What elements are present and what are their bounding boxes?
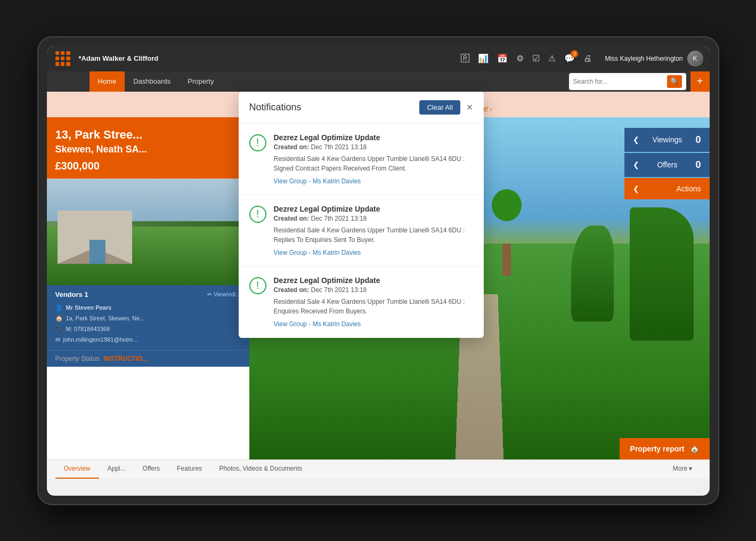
notif-date-1: Created on: Dec 7th 2021 13:18 bbox=[274, 143, 473, 151]
notification-item-2: ! Dezrez Legal Optimize Update Created o… bbox=[239, 195, 484, 267]
notif-title-2: Dezrez Legal Optimize Update bbox=[274, 205, 473, 213]
notifications-panel: Notifications Clear All × ! Dezrez Legal… bbox=[239, 92, 484, 338]
notif-link-2[interactable]: View Group - Ms Katrin Davies bbox=[274, 249, 473, 256]
notif-date-2: Created on: Dec 7th 2021 13:18 bbox=[274, 215, 473, 222]
notif-icon-3: ! bbox=[249, 277, 266, 294]
tablet-frame: *Adam Walker & Clifford 🅁 📊 📅 ⚙ ☑ ⚠ 💬 3 … bbox=[37, 36, 719, 505]
notifications-overlay: Notifications Clear All × ! Dezrez Legal… bbox=[47, 46, 710, 496]
notif-title-3: Dezrez Legal Optimize Update bbox=[274, 276, 473, 285]
notifications-header: Notifications Clear All × bbox=[239, 92, 484, 124]
notif-icon-2: ! bbox=[249, 206, 266, 223]
notif-title-1: Dezrez Legal Optimize Update bbox=[274, 133, 473, 142]
notif-icon-1: ! bbox=[249, 134, 266, 151]
notif-body-3: Residential Sale 4 Kew Gardens Upper Tum… bbox=[274, 297, 473, 316]
close-button[interactable]: × bbox=[467, 102, 473, 112]
notif-content-3: Dezrez Legal Optimize Update Created on:… bbox=[274, 276, 473, 328]
tablet-screen: *Adam Walker & Clifford 🅁 📊 📅 ⚙ ☑ ⚠ 💬 3 … bbox=[47, 46, 710, 496]
notif-header-actions: Clear All × bbox=[419, 100, 473, 115]
notification-item-3: ! Dezrez Legal Optimize Update Created o… bbox=[239, 267, 484, 338]
notif-body-2: Residential Sale 4 Kew Gardens Upper Tum… bbox=[274, 225, 473, 245]
notif-body-1: Residential Sale 4 Kew Gardens Upper Tum… bbox=[274, 154, 473, 173]
notification-item-1: ! Dezrez Legal Optimize Update Created o… bbox=[239, 124, 484, 195]
clear-all-button[interactable]: Clear All bbox=[419, 100, 460, 115]
notif-content-1: Dezrez Legal Optimize Update Created on:… bbox=[274, 133, 473, 185]
notif-content-2: Dezrez Legal Optimize Update Created on:… bbox=[274, 205, 473, 256]
notifications-list: ! Dezrez Legal Optimize Update Created o… bbox=[239, 124, 484, 338]
notifications-title: Notifications bbox=[249, 102, 302, 113]
notif-date-3: Created on: Dec 7th 2021 13:18 bbox=[274, 286, 473, 294]
notif-link-1[interactable]: View Group - Ms Katrin Davies bbox=[274, 177, 473, 185]
notif-link-3[interactable]: View Group - Ms Katrin Davies bbox=[274, 320, 473, 328]
